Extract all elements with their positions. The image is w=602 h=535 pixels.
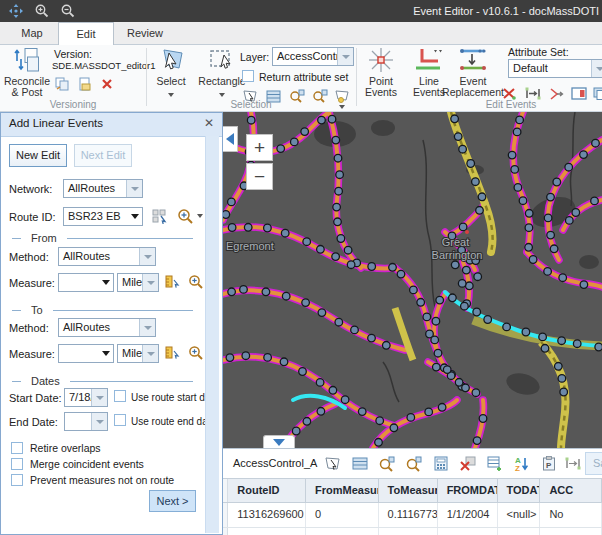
return-attribute-set-checkbox[interactable] — [242, 70, 254, 82]
map-event-point[interactable] — [264, 224, 272, 232]
map-event-point[interactable] — [262, 288, 270, 296]
map-event-point[interactable] — [463, 266, 471, 274]
table-add-record-icon[interactable] — [485, 454, 504, 473]
map-event-point[interactable] — [303, 418, 311, 426]
table-row[interactable]: 1131626960000.11167731/1/2004<null>No — [223, 503, 602, 528]
panel-scrollbar[interactable] — [205, 136, 219, 533]
map-event-point[interactable] — [318, 116, 326, 124]
map-event-point[interactable] — [550, 245, 558, 253]
zoom-to-route-icon[interactable] — [177, 208, 194, 224]
map-event-point[interactable] — [329, 387, 337, 395]
map-viewport[interactable]: Egremont Great Barrington + − — [223, 112, 602, 448]
option-checkbox[interactable] — [11, 442, 23, 454]
map-event-point[interactable] — [525, 210, 533, 218]
column-header[interactable]: FromMeasure — [306, 479, 379, 502]
attribute-set-combo[interactable]: Default — [508, 59, 602, 78]
column-header[interactable]: ToMeasure — [379, 479, 438, 502]
map-event-point[interactable] — [513, 128, 521, 136]
map-event-point[interactable] — [519, 197, 527, 205]
map-event-point[interactable] — [459, 223, 467, 231]
map-event-point[interactable] — [459, 145, 467, 153]
select-button[interactable]: Select — [150, 47, 192, 99]
to-zoom-icon[interactable] — [187, 344, 204, 360]
new-edit-button[interactable]: New Edit — [9, 144, 67, 167]
collapse-table-button[interactable] — [263, 435, 295, 448]
from-zoom-icon[interactable] — [187, 273, 204, 289]
map-event-point[interactable] — [555, 363, 563, 371]
table-clear-selection-icon[interactable] — [458, 454, 477, 473]
table-calculator-icon[interactable] — [431, 454, 450, 473]
map-event-point[interactable] — [376, 417, 384, 425]
map-event-point[interactable] — [580, 281, 588, 289]
map-event-point[interactable] — [299, 368, 307, 376]
select-route-on-map-icon[interactable] — [151, 208, 168, 224]
map-event-point[interactable] — [277, 145, 285, 153]
table-paste-icon[interactable]: P — [539, 454, 558, 473]
map-event-point[interactable] — [332, 136, 340, 144]
layer-combo[interactable]: AccessControl_A — [272, 47, 354, 66]
new-version-icon[interactable] — [76, 76, 93, 92]
map-event-point[interactable] — [318, 309, 326, 317]
column-header[interactable]: ACC — [540, 479, 602, 502]
map-event-point[interactable] — [358, 408, 366, 416]
map-event-point[interactable] — [455, 379, 463, 387]
to-measure-combo[interactable] — [58, 344, 114, 363]
map-event-point[interactable] — [544, 214, 552, 222]
tab-edit[interactable]: Edit — [58, 22, 114, 45]
map-event-point[interactable] — [282, 292, 290, 300]
column-header[interactable]: RouteID — [228, 479, 306, 502]
table-pan-to-selected-icon[interactable] — [404, 454, 423, 473]
map-event-point[interactable] — [433, 363, 441, 371]
to-method-combo-arrow[interactable] — [139, 319, 155, 336]
panel-close-icon[interactable]: ✕ — [204, 116, 214, 130]
map-event-point[interactable] — [434, 349, 442, 357]
map-event-point[interactable] — [228, 198, 236, 206]
start-date-combo-arrow[interactable] — [91, 389, 107, 406]
map-event-point[interactable] — [572, 209, 580, 217]
map-event-point[interactable] — [226, 354, 234, 362]
table-move-measure-icon[interactable] — [563, 454, 582, 473]
option-checkbox[interactable] — [11, 474, 23, 486]
pan-icon[interactable] — [6, 3, 26, 19]
map-event-point[interactable] — [228, 224, 236, 232]
map-event-point[interactable] — [375, 439, 383, 447]
map-event-point[interactable] — [417, 299, 425, 307]
map-event-point[interactable] — [341, 396, 349, 404]
map-event-point[interactable] — [558, 337, 566, 345]
layer-combo-arrow[interactable] — [337, 48, 353, 65]
map-event-point[interactable] — [333, 203, 341, 211]
map-event-point[interactable] — [436, 296, 444, 304]
zoom-to-route-caret[interactable] — [197, 214, 203, 218]
map-event-point[interactable] — [383, 342, 391, 350]
map-event-point[interactable] — [553, 178, 561, 186]
map-event-point[interactable] — [316, 379, 324, 387]
map-event-point[interactable] — [407, 414, 415, 422]
next-edit-button[interactable]: Next Edit — [74, 144, 132, 167]
map-event-point[interactable] — [547, 231, 555, 239]
table-row[interactable]: 1131627060000.07955961/1/2004<null>No — [223, 528, 602, 535]
network-combo-arrow[interactable] — [126, 180, 142, 197]
map-event-point[interactable] — [242, 352, 250, 360]
map-event-point[interactable] — [529, 256, 537, 264]
table-sort-icon[interactable]: AZ — [512, 454, 531, 473]
map-event-point[interactable] — [479, 415, 487, 423]
map-event-point[interactable] — [335, 187, 343, 195]
map-event-point[interactable] — [472, 389, 480, 397]
map-event-point[interactable] — [280, 358, 288, 366]
tab-review[interactable]: Review — [114, 22, 176, 44]
map-event-point[interactable] — [334, 218, 342, 226]
tab-map[interactable]: Map — [6, 22, 58, 44]
column-header[interactable]: FROMDATE — [438, 479, 498, 502]
map-event-point[interactable] — [351, 326, 359, 334]
map-event-point[interactable] — [264, 354, 272, 362]
map-event-point[interactable] — [302, 299, 310, 307]
to-unit-combo-arrow[interactable] — [142, 345, 158, 362]
map-event-point[interactable] — [389, 264, 397, 272]
map-event-point[interactable] — [473, 437, 481, 445]
map-event-point[interactable] — [334, 154, 342, 162]
map-event-point[interactable] — [508, 151, 516, 159]
map-event-point[interactable] — [390, 424, 398, 432]
map-event-point[interactable] — [344, 246, 352, 254]
map-event-point[interactable] — [559, 274, 567, 282]
map-event-point[interactable] — [573, 340, 581, 348]
